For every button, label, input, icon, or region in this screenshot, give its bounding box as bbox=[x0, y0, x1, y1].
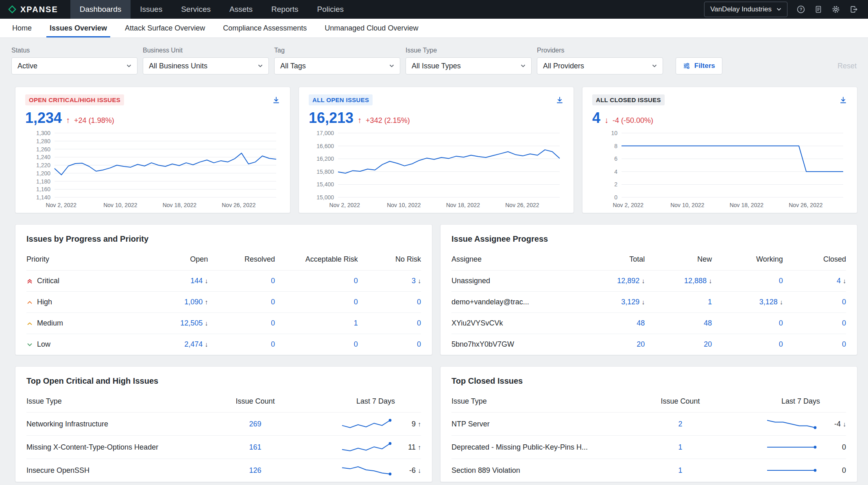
acceptable-risk-count-link[interactable]: 1 bbox=[354, 319, 358, 327]
no-risk-count-link[interactable]: 0 bbox=[417, 340, 421, 348]
assignee-label: Unassigned bbox=[451, 271, 578, 292]
business-unit-select[interactable]: All Business Units bbox=[143, 57, 269, 74]
resolved-count-link[interactable]: 0 bbox=[271, 298, 275, 306]
working-count-link[interactable]: 3,128 bbox=[759, 298, 778, 306]
kpi-label: ALL CLOSED ISSUES bbox=[592, 94, 665, 105]
svg-text:8: 8 bbox=[614, 143, 617, 149]
column-header-last-7-days[interactable]: Last 7 Days bbox=[303, 394, 421, 413]
svg-text:Nov 2, 2022: Nov 2, 2022 bbox=[46, 202, 77, 208]
column-header-issue-count[interactable]: Issue Count bbox=[633, 394, 728, 413]
total-count-link[interactable]: 48 bbox=[637, 319, 645, 327]
tab-issues-overview[interactable]: Issues Overview bbox=[41, 19, 116, 37]
filters-button-label: Filters bbox=[694, 62, 715, 70]
help-button[interactable]: ? bbox=[796, 5, 805, 14]
tab-unmanaged-cloud-overview[interactable]: Unmanaged Cloud Overview bbox=[316, 19, 427, 37]
tab-attack-surface-overview[interactable]: Attack Surface Overview bbox=[116, 19, 214, 37]
acceptable-risk-count-link[interactable]: 0 bbox=[354, 277, 358, 285]
column-header-acceptable-risk[interactable]: Acceptable Risk bbox=[275, 252, 358, 271]
nav-item-dashboards[interactable]: Dashboards bbox=[70, 0, 131, 19]
open-count-link[interactable]: 1,090 bbox=[184, 298, 203, 306]
sparkline-chart bbox=[765, 442, 817, 452]
working-count-link[interactable]: 0 bbox=[779, 277, 783, 285]
filters-button[interactable]: Filters bbox=[676, 57, 722, 74]
new-count-link[interactable]: 1 bbox=[708, 298, 712, 306]
closed-count-link[interactable]: 0 bbox=[842, 340, 846, 348]
sparkline-chart bbox=[340, 442, 392, 452]
kpi-value[interactable]: 16,213 bbox=[309, 109, 353, 127]
acceptable-risk-count-link[interactable]: 0 bbox=[354, 340, 358, 348]
tag-select[interactable]: All Tags bbox=[274, 57, 400, 74]
download-icon[interactable] bbox=[556, 96, 564, 104]
resolved-count-link[interactable]: 0 bbox=[271, 340, 275, 348]
tab-home[interactable]: Home bbox=[3, 19, 41, 37]
issue-count-link[interactable]: 126 bbox=[249, 466, 262, 474]
providers-select[interactable]: All Providers bbox=[537, 57, 663, 74]
svg-text:?: ? bbox=[800, 7, 803, 12]
closed-count-link[interactable]: 4 bbox=[837, 277, 841, 285]
working-count-link[interactable]: 0 bbox=[779, 319, 783, 327]
nav-item-policies[interactable]: Policies bbox=[308, 0, 353, 19]
closed-count-link[interactable]: 0 bbox=[842, 319, 846, 327]
issue-count-link[interactable]: 1 bbox=[678, 466, 683, 474]
column-header-open[interactable]: Open bbox=[137, 252, 208, 271]
no-risk-count-link[interactable]: 0 bbox=[417, 319, 421, 327]
resolved-count-link[interactable]: 0 bbox=[271, 319, 275, 327]
open-count-link[interactable]: 2,474 bbox=[184, 340, 203, 348]
column-header-resolved[interactable]: Resolved bbox=[208, 252, 275, 271]
total-count-link[interactable]: 12,892 bbox=[617, 277, 639, 285]
issue-type-select[interactable]: All Issue Types bbox=[406, 57, 532, 74]
column-header-working[interactable]: Working bbox=[712, 252, 783, 271]
sign-out-icon bbox=[849, 5, 858, 14]
chevron-down-icon bbox=[258, 64, 263, 68]
nav-item-services[interactable]: Services bbox=[172, 0, 220, 19]
open-count-link[interactable]: 144 bbox=[190, 277, 203, 285]
working-count-link[interactable]: 0 bbox=[779, 340, 783, 348]
acceptable-risk-count-link[interactable]: 0 bbox=[354, 298, 358, 306]
status-select[interactable]: Active bbox=[11, 57, 137, 74]
new-count-link[interactable]: 20 bbox=[704, 340, 712, 348]
no-risk-count-link[interactable]: 3 bbox=[412, 277, 416, 285]
all-open-issues-line-chart: 17,00016,60016,20015,80015,40015,000Nov … bbox=[309, 128, 564, 210]
new-count-link[interactable]: 12,888 bbox=[684, 277, 707, 285]
total-count-link[interactable]: 3,129 bbox=[621, 298, 639, 306]
notes-button[interactable] bbox=[814, 5, 822, 14]
issue-count-link[interactable]: 1 bbox=[678, 443, 683, 451]
kpi-value[interactable]: 1,234 bbox=[25, 109, 62, 127]
card-title: Top Closed Issues bbox=[441, 367, 857, 394]
nav-item-issues[interactable]: Issues bbox=[131, 0, 172, 19]
issue-count-link[interactable]: 2 bbox=[678, 420, 683, 428]
severity-low-icon bbox=[26, 341, 33, 348]
closed-count-link[interactable]: 0 bbox=[842, 298, 846, 306]
download-icon[interactable] bbox=[272, 96, 280, 104]
download-icon[interactable] bbox=[839, 96, 847, 104]
issue-count-link[interactable]: 161 bbox=[249, 443, 262, 451]
column-header-issue-type[interactable]: Issue Type bbox=[26, 394, 208, 413]
issue-type-label: Missing X-Content-Type-Options Header bbox=[26, 436, 208, 459]
account-menu-button[interactable]: VanDelay Industries bbox=[704, 2, 787, 17]
column-header-assignee[interactable]: Assignee bbox=[451, 252, 578, 271]
trend-down-icon: ↓ bbox=[641, 299, 645, 306]
tab-compliance-assessments[interactable]: Compliance Assessments bbox=[214, 19, 316, 37]
column-header-closed[interactable]: Closed bbox=[783, 252, 846, 271]
column-header-new[interactable]: New bbox=[645, 252, 712, 271]
reset-button[interactable]: Reset bbox=[837, 57, 857, 74]
column-header-last-7-days[interactable]: Last 7 Days bbox=[728, 394, 846, 413]
settings-button[interactable] bbox=[831, 5, 840, 14]
column-header-issue-type[interactable]: Issue Type bbox=[451, 394, 633, 413]
column-header-priority[interactable]: Priority bbox=[26, 252, 137, 271]
column-header-total[interactable]: Total bbox=[578, 252, 645, 271]
column-header-no-risk[interactable]: No Risk bbox=[358, 252, 421, 271]
sign-out-button[interactable] bbox=[849, 5, 858, 14]
resolved-count-link[interactable]: 0 bbox=[271, 277, 275, 285]
delta-value: 9 bbox=[412, 420, 416, 428]
open-count-link[interactable]: 12,505 bbox=[180, 319, 203, 327]
nav-item-assets[interactable]: Assets bbox=[220, 0, 262, 19]
issue-count-link[interactable]: 269 bbox=[249, 420, 262, 428]
svg-text:16,200: 16,200 bbox=[316, 155, 334, 162]
no-risk-count-link[interactable]: 0 bbox=[417, 298, 421, 306]
nav-item-reports[interactable]: Reports bbox=[262, 0, 308, 19]
column-header-issue-count[interactable]: Issue Count bbox=[208, 394, 303, 413]
total-count-link[interactable]: 20 bbox=[637, 340, 645, 348]
new-count-link[interactable]: 48 bbox=[704, 319, 712, 327]
kpi-value[interactable]: 4 bbox=[592, 109, 600, 127]
